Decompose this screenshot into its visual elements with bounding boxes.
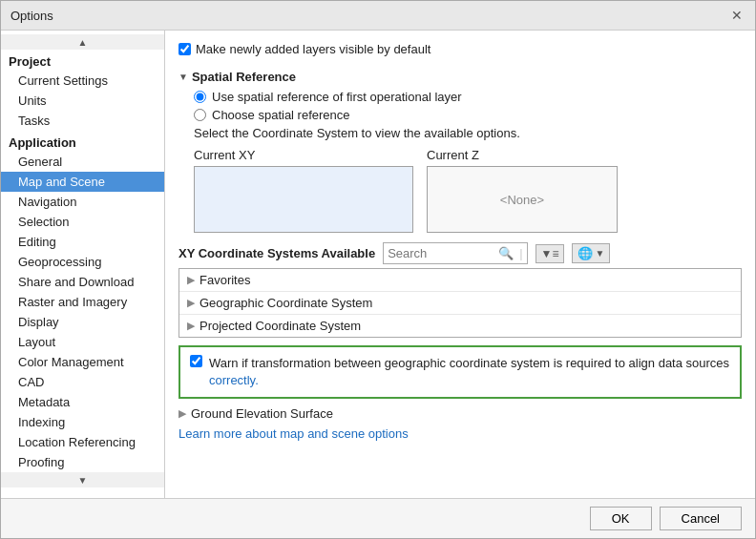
- search-input[interactable]: [388, 246, 493, 260]
- sidebar-item-location-referencing[interactable]: Location Referencing: [1, 432, 164, 452]
- coordinate-panels: Current XY Current Z <None>: [194, 148, 742, 233]
- sidebar-item-proofing[interactable]: Proofing: [1, 452, 164, 472]
- sidebar-item-selection[interactable]: Selection: [1, 212, 164, 232]
- search-button[interactable]: 🔍: [494, 245, 517, 261]
- top-checkbox-row: Make newly added layers visible by defau…: [178, 38, 742, 64]
- radio-first-operational[interactable]: [194, 91, 206, 103]
- ground-elevation-label: Ground Elevation Surface: [191, 406, 333, 421]
- current-xy-box: [194, 166, 413, 233]
- content-scroll-area: Make newly added layers visible by defau…: [165, 31, 755, 498]
- warn-blue-span: correctly.: [209, 373, 259, 387]
- sidebar-item-current-settings[interactable]: Current Settings: [1, 71, 164, 91]
- radio2-label: Choose spatial reference: [212, 108, 350, 122]
- sidebar-group-project: Project: [1, 50, 164, 71]
- cancel-button[interactable]: Cancel: [660, 507, 742, 530]
- close-button[interactable]: ✕: [728, 7, 746, 24]
- globe-button[interactable]: 🌐 ▼: [572, 243, 610, 263]
- radio-choose-spatial[interactable]: [194, 109, 206, 121]
- xy-systems-section: XY Coordinate Systems Available 🔍 | ▼≡ 🌐…: [178, 242, 742, 338]
- sidebar-item-tasks[interactable]: Tasks: [1, 111, 164, 131]
- divider: |: [519, 246, 522, 260]
- radio-option-2: Choose spatial reference: [194, 108, 742, 122]
- sidebar-item-metadata[interactable]: Metadata: [1, 392, 164, 412]
- coordinate-tree-list: ▶ Favorites ▶ Geographic Coordinate Syst…: [178, 268, 742, 338]
- current-z-label: Current Z: [427, 148, 618, 162]
- title-bar: Options ✕: [1, 1, 755, 31]
- tree-label-favorites: Favorites: [200, 273, 250, 287]
- ground-elevation-section: ▶ Ground Elevation Surface: [178, 406, 742, 421]
- main-content: Make newly added layers visible by defau…: [165, 31, 755, 498]
- tree-item-projected[interactable]: ▶ Projected Coordinate System: [179, 315, 741, 337]
- sidebar-group-application: Application: [1, 131, 164, 152]
- scroll-down-button[interactable]: ▼: [1, 472, 164, 487]
- dialog-title: Options: [10, 9, 53, 23]
- dialog-footer: OK Cancel: [1, 498, 755, 538]
- spatial-reference-title: Spatial Reference: [192, 70, 296, 84]
- ok-button[interactable]: OK: [590, 507, 652, 530]
- xy-systems-title: XY Coordinate Systems Available: [178, 246, 375, 260]
- sidebar-item-map-and-scene[interactable]: Map and Scene: [1, 172, 164, 192]
- tree-label-projected: Projected Coordinate System: [200, 319, 361, 333]
- sidebar: ▲ Project Current Settings Units Tasks A…: [1, 31, 165, 498]
- sidebar-item-editing[interactable]: Editing: [1, 232, 164, 252]
- current-z-panel: Current Z <None>: [427, 148, 618, 233]
- learn-more-link[interactable]: Learn more about map and scene options: [178, 426, 742, 441]
- current-xy-label: Current XY: [194, 148, 413, 162]
- current-xy-panel: Current XY: [194, 148, 413, 233]
- dialog-body: ▲ Project Current Settings Units Tasks A…: [1, 31, 755, 498]
- sidebar-item-layout[interactable]: Layout: [1, 332, 164, 352]
- sidebar-item-general[interactable]: General: [1, 152, 164, 172]
- sidebar-item-geoprocessing[interactable]: Geoprocessing: [1, 252, 164, 272]
- sidebar-item-raster-imagery[interactable]: Raster and Imagery: [1, 292, 164, 312]
- tree-arrow-favorites: ▶: [187, 274, 195, 286]
- globe-chevron: ▼: [595, 248, 604, 259]
- xy-systems-header: XY Coordinate Systems Available 🔍 | ▼≡ 🌐…: [178, 242, 742, 264]
- layers-visible-checkbox[interactable]: [178, 43, 191, 55]
- sidebar-item-units[interactable]: Units: [1, 91, 164, 111]
- tree-item-favorites[interactable]: ▶ Favorites: [179, 269, 741, 292]
- ground-collapse-icon: ▶: [178, 407, 186, 420]
- tree-arrow-geographic: ▶: [187, 297, 195, 309]
- sidebar-item-color-management[interactable]: Color Management: [1, 352, 164, 372]
- warn-checkbox[interactable]: [190, 355, 202, 367]
- sidebar-item-share-download[interactable]: Share and Download: [1, 272, 164, 292]
- radio1-label: Use spatial reference of first operation…: [212, 90, 462, 104]
- warn-label: Warn if transformation between geographi…: [209, 355, 730, 389]
- scroll-up-button[interactable]: ▲: [1, 34, 164, 50]
- warn-checkbox-box: Warn if transformation between geographi…: [178, 345, 742, 399]
- collapse-icon: ▼: [178, 72, 188, 82]
- filter-icon: ▼≡: [541, 247, 559, 260]
- layers-visible-label: Make newly added layers visible by defau…: [196, 42, 430, 56]
- radio2-description: Select the Coordinate System to view the…: [194, 126, 742, 140]
- spatial-reference-header: ▼ Spatial Reference: [178, 70, 742, 84]
- search-box: 🔍 |: [383, 242, 527, 264]
- current-z-placeholder: <None>: [500, 193, 544, 207]
- radio-option-1: Use spatial reference of first operation…: [194, 90, 742, 104]
- sidebar-item-indexing[interactable]: Indexing: [1, 412, 164, 432]
- options-dialog: Options ✕ ▲ Project Current Settings Uni…: [0, 0, 756, 539]
- current-z-box: <None>: [427, 166, 618, 233]
- globe-icon: 🌐: [578, 246, 593, 260]
- filter-button[interactable]: ▼≡: [536, 244, 565, 263]
- sidebar-item-cad[interactable]: CAD: [1, 372, 164, 392]
- tree-arrow-projected: ▶: [187, 320, 195, 332]
- tree-item-geographic[interactable]: ▶ Geographic Coordinate System: [179, 292, 741, 315]
- sidebar-item-display[interactable]: Display: [1, 312, 164, 332]
- sidebar-item-navigation[interactable]: Navigation: [1, 192, 164, 212]
- tree-label-geographic: Geographic Coordinate System: [200, 296, 372, 310]
